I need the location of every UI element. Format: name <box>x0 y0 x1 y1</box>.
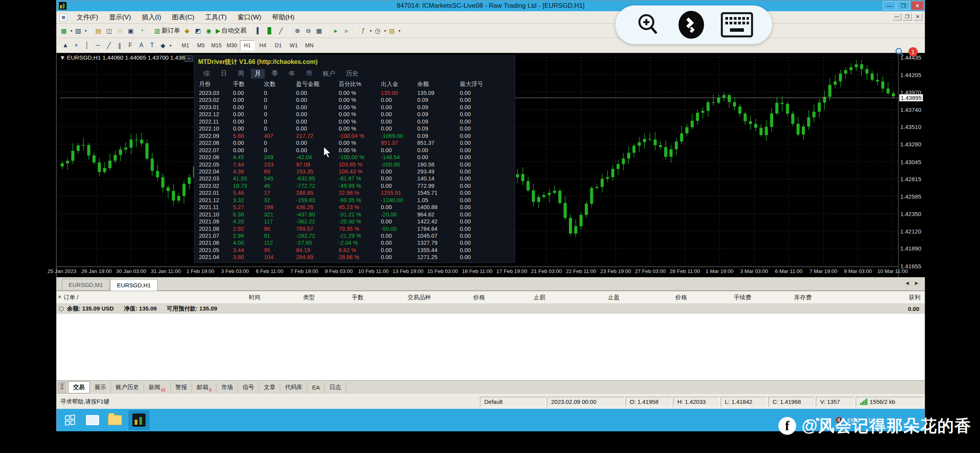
terminal-tab-警报[interactable]: 警报 <box>171 382 192 393</box>
hline-icon[interactable]: ─ <box>93 40 103 50</box>
crosshair-icon[interactable]: + <box>71 40 81 50</box>
tile-windows-icon[interactable]: ▦ <box>314 26 324 36</box>
terminal-tab-信号[interactable]: 信号 <box>238 382 259 393</box>
channel-icon[interactable]: ∥ <box>115 40 125 50</box>
line-chart-icon[interactable]: ╱ <box>276 26 286 36</box>
stats-tab-月[interactable]: 月 <box>251 69 265 79</box>
chart-tab-EURSGDH1[interactable]: EURSGD,H1 <box>110 279 158 291</box>
indicators-icon[interactable]: ƒ <box>358 26 368 36</box>
terminal-close-icon[interactable]: ✕ <box>58 294 63 300</box>
stats-tab-年[interactable]: 年 <box>285 69 299 79</box>
bar-chart-icon[interactable]: ▍ <box>254 26 264 36</box>
child-restore-button[interactable]: ❐ <box>903 13 912 21</box>
terminal-column-header[interactable]: 止盈 <box>554 294 620 301</box>
strategy-tester-icon[interactable]: ◔ <box>137 26 147 36</box>
terminal-column-header[interactable]: 止损 <box>480 294 545 301</box>
status-profile[interactable]: Default <box>480 397 546 407</box>
profiles-icon[interactable]: ▧ <box>73 26 83 36</box>
periods-icon[interactable]: ◷ <box>373 26 383 36</box>
minimize-button[interactable]: — <box>883 1 896 10</box>
stats-tab-日[interactable]: 日 <box>217 69 231 79</box>
indicator-minimize-button[interactable]: – <box>185 55 193 62</box>
terminal-side-strip[interactable]: ▤▥ <box>58 382 66 393</box>
terminal-tab-EA[interactable]: EA <box>307 382 325 393</box>
search-icon[interactable] <box>894 47 905 57</box>
stats-tab-币[interactable]: 币 <box>302 69 316 79</box>
cursor-icon[interactable]: ▲ <box>60 40 70 50</box>
auto-scroll-icon[interactable]: ▸ <box>331 26 341 36</box>
timeframe-M30[interactable]: M30 <box>224 40 239 50</box>
chart-area[interactable]: ▼ EURSGD,H1 1.44060 1.44065 1.43700 1.43… <box>57 53 925 277</box>
menu-item-1[interactable]: 显示(V) <box>104 12 137 23</box>
timeframe-M5[interactable]: M5 <box>194 40 208 50</box>
terminal-tab-新闻[interactable]: 新闻61 <box>144 382 171 393</box>
terminal-panel-icon[interactable]: ▣ <box>126 26 136 36</box>
new-chart-icon[interactable]: ▦ <box>59 26 69 36</box>
zoom-out-icon[interactable]: ⊖ <box>303 26 314 36</box>
terminal-column-header[interactable]: 库存费 <box>746 294 812 301</box>
menu-item-4[interactable]: 工具(T) <box>200 12 232 23</box>
terminal-column-header[interactable]: 价格 <box>621 294 687 301</box>
market-watch-icon[interactable]: ▤ <box>93 26 103 36</box>
timeframe-M1[interactable]: M1 <box>178 40 193 50</box>
terminal-tab-日志[interactable]: 日志 <box>325 382 346 393</box>
label-icon[interactable]: T <box>147 40 157 50</box>
stats-tab-历史[interactable]: 历史 <box>342 69 362 79</box>
menu-item-6[interactable]: 帮助(H) <box>267 12 300 23</box>
terminal-column-header[interactable]: 获利 <box>855 294 920 301</box>
stats-tab-季[interactable]: 季 <box>268 69 282 79</box>
signal-icon[interactable]: ◉ <box>204 26 214 36</box>
shapes-caret[interactable]: ▾ <box>170 43 171 48</box>
terminal-column-header[interactable]: 价格 <box>419 294 485 301</box>
indicators-caret[interactable]: ▾ <box>370 29 372 33</box>
vline-icon[interactable]: │ <box>82 40 92 50</box>
fibonacci-icon[interactable]: F <box>125 40 135 50</box>
file-explorer-icon[interactable] <box>84 411 101 429</box>
timeframe-H4[interactable]: H4 <box>255 40 270 50</box>
timeframe-MN[interactable]: MN <box>302 40 317 50</box>
new-chart-caret[interactable]: ▾ <box>70 29 72 33</box>
autotrading-button[interactable]: ▶自动交易 <box>214 26 247 36</box>
child-close-button[interactable]: ✕ <box>913 13 922 21</box>
timeframe-D1[interactable]: D1 <box>271 40 286 50</box>
timeframe-M15[interactable]: M15 <box>209 40 224 50</box>
metaeditor-icon[interactable]: ◆ <box>182 26 192 36</box>
notification-badge[interactable]: 1 <box>908 47 918 57</box>
data-window-icon[interactable]: ◫ <box>104 26 114 36</box>
terminal-tab-文章[interactable]: 文章 <box>259 382 280 393</box>
navigator-icon[interactable]: ☆ <box>115 26 125 36</box>
text-icon[interactable]: A <box>136 40 146 50</box>
chart-tab-EURSGDM1[interactable]: EURSGD,M1 <box>62 279 110 290</box>
terminal-column-header[interactable]: 手续费 <box>685 294 751 301</box>
profiles-caret[interactable]: ▾ <box>85 29 87 33</box>
templates-caret[interactable]: ▾ <box>399 29 401 33</box>
chart-tab-scroll-arrows[interactable]: ◀ ▶ <box>905 280 921 286</box>
terminal-tab-展示[interactable]: 展示 <box>90 382 111 393</box>
terminal-column-header[interactable]: 手数 <box>298 294 363 301</box>
menu-item-5[interactable]: 窗口(W) <box>232 12 267 23</box>
terminal-tab-代码库[interactable]: 代码库 <box>280 382 307 393</box>
timeframe-W1[interactable]: W1 <box>286 40 301 50</box>
terminal-tab-交易[interactable]: 交易 <box>68 381 90 393</box>
stats-tab-账户[interactable]: 账户 <box>319 69 339 79</box>
child-minimize-button[interactable]: — <box>892 13 901 21</box>
magnifier-plus-icon[interactable] <box>635 11 662 38</box>
stats-tab-综[interactable]: 综 <box>200 69 214 79</box>
zoom-in-icon[interactable]: ⊕ <box>293 26 303 36</box>
trendline-icon[interactable]: ╱ <box>104 40 114 50</box>
orders-column-header[interactable]: 订单 / <box>63 294 78 301</box>
menu-item-0[interactable]: 文件(F) <box>71 12 104 23</box>
terminal-tab-邮箱[interactable]: 邮箱8 <box>192 382 216 393</box>
terminal-tab-市场[interactable]: 市场 <box>216 382 238 393</box>
candle-chart-icon[interactable]: ▊ <box>265 26 275 36</box>
close-button[interactable]: ✕ <box>911 1 924 10</box>
chart-shift-icon[interactable]: ▹ <box>342 26 352 36</box>
periods-caret[interactable]: ▾ <box>384 29 386 33</box>
terminal-tab-账户历史[interactable]: 账户历史 <box>111 382 144 393</box>
menu-item-3[interactable]: 图表(C) <box>166 12 200 23</box>
stats-tab-周[interactable]: 周 <box>234 69 248 79</box>
start-button[interactable] <box>61 411 79 429</box>
templates-icon[interactable]: ▤ <box>387 26 397 36</box>
mt4-taskbar-icon[interactable] <box>128 410 149 430</box>
new-order-button[interactable]: ▥新订单 <box>153 26 181 36</box>
